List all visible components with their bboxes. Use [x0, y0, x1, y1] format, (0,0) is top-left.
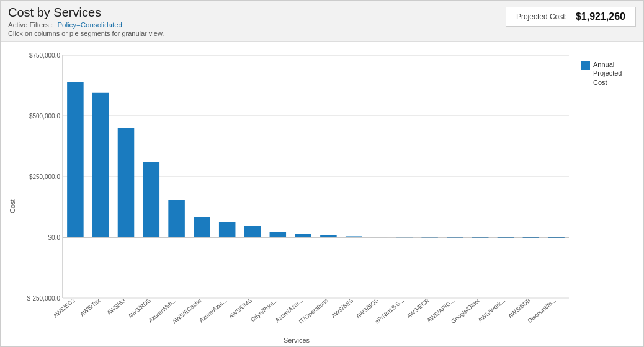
instruction-text: Click on columns or pie segments for gra…: [8, 30, 636, 37]
svg-text:AWS/ECR: AWS/ECR: [405, 297, 431, 320]
bar-0[interactable]: [67, 82, 84, 237]
bar-7[interactable]: [244, 226, 261, 237]
bar-9[interactable]: [295, 234, 311, 237]
svg-text:AWS/SQS: AWS/SQS: [355, 297, 380, 320]
svg-text:AWS/RDS: AWS/RDS: [127, 297, 152, 320]
chart-area: Cost $750,000.0$500,000.0$250,000.0$0.0$…: [1, 42, 643, 346]
main-container: Cost by Services Active Filters : Policy…: [0, 0, 644, 347]
svg-text:AWS/Tax: AWS/Tax: [79, 297, 102, 317]
svg-text:Azure/Azur...: Azure/Azur...: [198, 297, 228, 323]
svg-text:$-250,000.0: $-250,000.0: [27, 295, 61, 302]
bar-10[interactable]: [320, 235, 337, 237]
svg-text:$250,000.0: $250,000.0: [29, 174, 60, 180]
svg-text:AWS/S3: AWS/S3: [105, 297, 127, 316]
legend-label: AnnualProjectedCost: [593, 60, 622, 87]
svg-text:$0.0: $0.0: [48, 234, 61, 241]
bar-3[interactable]: [143, 162, 160, 237]
projected-value: $1,921,260: [576, 11, 625, 22]
bar-8[interactable]: [270, 232, 287, 237]
chart-inner: $750,000.0$500,000.0$250,000.0$0.0$-250,…: [18, 48, 575, 346]
bar-4[interactable]: [168, 200, 185, 237]
legend-color-swatch: [581, 61, 590, 70]
svg-text:Discount/fo...: Discount/fo...: [526, 297, 557, 324]
projected-cost-box: Projected Cost: $1,921,260: [506, 7, 636, 27]
x-axis-label: Services: [18, 335, 575, 346]
bar-6[interactable]: [219, 222, 236, 237]
bar-2[interactable]: [118, 128, 135, 237]
svg-text:AWS/Work...: AWS/Work...: [476, 297, 506, 323]
svg-text:$750,000.0: $750,000.0: [29, 52, 60, 59]
chart-svg-wrapper[interactable]: $750,000.0$500,000.0$250,000.0$0.0$-250,…: [18, 48, 575, 335]
legend: AnnualProjectedCost: [575, 48, 637, 346]
bar-chart[interactable]: $750,000.0$500,000.0$250,000.0$0.0$-250,…: [18, 48, 575, 335]
active-filters-label: Active Filters :: [8, 21, 53, 29]
y-axis-label: Cost: [7, 48, 18, 346]
svg-text:AWS/SES: AWS/SES: [330, 297, 355, 319]
legend-item-annual: AnnualProjectedCost: [581, 60, 622, 87]
bar-5[interactable]: [194, 217, 210, 237]
bar-1[interactable]: [92, 93, 109, 237]
svg-text:AWS/DMS: AWS/DMS: [228, 297, 254, 320]
svg-text:$500,000.0: $500,000.0: [29, 113, 60, 120]
projected-label: Projected Cost:: [516, 12, 567, 21]
header: Cost by Services Active Filters : Policy…: [1, 1, 643, 42]
filter-value: Policy=Consolidated: [57, 21, 122, 29]
svg-text:AWS/SDB: AWS/SDB: [507, 297, 532, 319]
